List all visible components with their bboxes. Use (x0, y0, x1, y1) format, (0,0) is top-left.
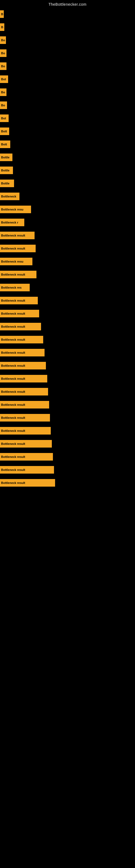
bar-label-19: Bottleneck result (0, 245, 36, 252)
bar-row-10: Bott (0, 125, 135, 138)
bar-row-34: Bottleneck result (0, 437, 135, 450)
bar-row-25: Bottleneck result (0, 320, 135, 333)
bar-row-6: Bot (0, 73, 135, 86)
bar-label-33: Bottleneck result (0, 427, 51, 435)
site-title: TheBottlenecker.com (0, 0, 135, 8)
bar-label-36: Bottleneck result (0, 466, 54, 474)
bar-row-22: Bottleneck res (0, 281, 135, 294)
bar-label-32: Bottleneck result (0, 414, 50, 422)
bar-row-29: Bottleneck result (0, 372, 135, 385)
bar-label-2: B (0, 23, 4, 31)
bar-label-10: Bott (0, 127, 9, 135)
bar-label-23: Bottleneck result (0, 297, 38, 304)
bar-label-12: Bottle (0, 154, 12, 161)
bar-label-3: Bo (0, 36, 6, 44)
bar-row-9: Bot (0, 112, 135, 125)
bar-label-22: Bottleneck res (0, 284, 30, 291)
bar-label-1: B (0, 10, 4, 18)
bar-row-20: Bottleneck resu (0, 255, 135, 268)
bar-row-13: Bottle (0, 164, 135, 177)
bar-label-25: Bottleneck result (0, 323, 41, 330)
bar-label-29: Bottleneck result (0, 375, 47, 382)
bar-row-5: Bo (0, 60, 135, 73)
bar-row-35: Bottleneck result (0, 450, 135, 463)
bar-row-7: Bo (0, 86, 135, 99)
bar-label-21: Bottleneck result (0, 271, 37, 278)
bar-label-31: Bottleneck result (0, 401, 49, 408)
bar-label-26: Bottleneck result (0, 336, 43, 343)
bar-label-11: Bott (0, 141, 10, 148)
bar-row-31: Bottleneck result (0, 398, 135, 411)
bar-label-20: Bottleneck resu (0, 258, 32, 265)
bar-label-9: Bot (0, 115, 9, 122)
bar-row-4: Bo (0, 46, 135, 60)
bar-label-24: Bottleneck result (0, 310, 39, 317)
bar-row-33: Bottleneck result (0, 424, 135, 437)
bar-label-8: Bo (0, 101, 7, 109)
bar-row-24: Bottleneck result (0, 307, 135, 320)
bar-label-7: Bo (0, 88, 6, 96)
bar-row-18: Bottleneck result (0, 229, 135, 242)
bar-row-23: Bottleneck result (0, 294, 135, 307)
bar-label-27: Bottleneck result (0, 349, 45, 356)
bar-row-36: Bottleneck result (0, 463, 135, 476)
bars-container: BBBoBoBoBotBoBoBotBottBottBottleBottleBo… (0, 8, 135, 489)
bar-label-16: Bottleneck resu (0, 206, 31, 213)
bar-row-11: Bott (0, 138, 135, 151)
bar-label-28: Bottleneck result (0, 362, 46, 369)
bar-label-35: Bottleneck result (0, 453, 53, 461)
bar-row-32: Bottleneck result (0, 411, 135, 424)
bar-label-37: Bottleneck result (0, 479, 55, 487)
bar-row-26: Bottleneck result (0, 333, 135, 346)
bar-label-6: Bot (0, 75, 8, 83)
bar-label-17: Bottleneck r (0, 219, 24, 226)
bar-label-18: Bottleneck result (0, 231, 35, 239)
bar-label-5: Bo (0, 62, 6, 70)
bar-row-1: B (0, 8, 135, 21)
bar-row-12: Bottle (0, 151, 135, 164)
bar-row-3: Bo (0, 34, 135, 46)
bar-label-30: Bottleneck result (0, 388, 48, 396)
bar-row-16: Bottleneck resu (0, 203, 135, 216)
bar-label-34: Bottleneck result (0, 440, 52, 447)
bar-row-19: Bottleneck result (0, 242, 135, 255)
bar-row-15: Bottleneck (0, 190, 135, 203)
bar-label-15: Bottleneck (0, 193, 19, 200)
bar-row-2: B (0, 21, 135, 34)
bar-row-21: Bottleneck result (0, 268, 135, 281)
bar-label-14: Bottle (0, 180, 14, 187)
bar-row-27: Bottleneck result (0, 346, 135, 359)
bar-row-37: Bottleneck result (0, 476, 135, 489)
bar-row-8: Bo (0, 99, 135, 112)
bar-row-28: Bottleneck result (0, 359, 135, 372)
bar-label-13: Bottle (0, 166, 13, 174)
bar-row-17: Bottleneck r (0, 216, 135, 229)
bar-row-30: Bottleneck result (0, 385, 135, 398)
bar-label-4: Bo (0, 50, 6, 57)
bar-row-14: Bottle (0, 177, 135, 190)
